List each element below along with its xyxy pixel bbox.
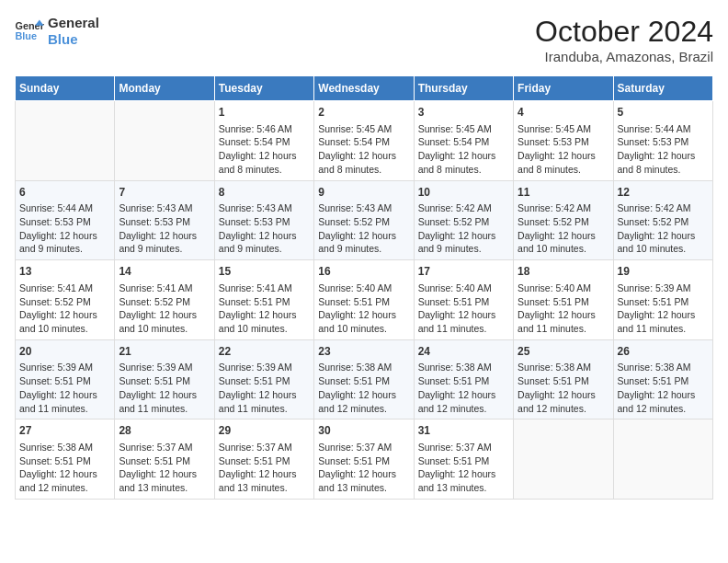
day-number: 18 (518, 264, 609, 280)
day-info: Sunrise: 5:44 AM Sunset: 5:53 PM Dayligh… (618, 122, 709, 177)
day-info: Sunrise: 5:40 AM Sunset: 5:51 PM Dayligh… (518, 282, 609, 336)
day-number: 25 (518, 344, 609, 360)
month-title: October 2024 (535, 15, 713, 49)
calendar-cell: 24Sunrise: 5:38 AM Sunset: 5:51 PM Dayli… (414, 339, 513, 419)
calendar-cell: 19Sunrise: 5:39 AM Sunset: 5:51 PM Dayli… (613, 260, 712, 340)
day-number: 8 (219, 185, 310, 201)
calendar-cell: 15Sunrise: 5:41 AM Sunset: 5:51 PM Dayli… (214, 260, 313, 340)
day-number: 23 (318, 344, 409, 360)
calendar-week-row: 27Sunrise: 5:38 AM Sunset: 5:51 PM Dayli… (16, 419, 713, 500)
day-info: Sunrise: 5:38 AM Sunset: 5:51 PM Dayligh… (418, 361, 509, 415)
calendar-cell: 13Sunrise: 5:41 AM Sunset: 5:52 PM Dayli… (16, 260, 115, 340)
location: Iranduba, Amazonas, Brazil (535, 49, 713, 64)
calendar-cell: 25Sunrise: 5:38 AM Sunset: 5:51 PM Dayli… (514, 339, 613, 419)
day-number: 28 (119, 423, 210, 439)
calendar-cell: 16Sunrise: 5:40 AM Sunset: 5:51 PM Dayli… (314, 260, 414, 340)
calendar-cell (115, 101, 214, 181)
calendar-cell: 21Sunrise: 5:39 AM Sunset: 5:51 PM Dayli… (115, 339, 214, 419)
weekday-header: Monday (115, 76, 214, 101)
day-info: Sunrise: 5:42 AM Sunset: 5:52 PM Dayligh… (418, 201, 509, 256)
logo: General Blue General Blue (15, 15, 99, 48)
calendar-cell: 9Sunrise: 5:43 AM Sunset: 5:52 PM Daylig… (314, 180, 414, 260)
calendar-cell: 12Sunrise: 5:42 AM Sunset: 5:52 PM Dayli… (613, 180, 712, 260)
calendar-cell: 28Sunrise: 5:37 AM Sunset: 5:51 PM Dayli… (115, 419, 214, 500)
calendar-cell: 10Sunrise: 5:42 AM Sunset: 5:52 PM Dayli… (414, 180, 513, 260)
calendar-cell: 14Sunrise: 5:41 AM Sunset: 5:52 PM Dayli… (115, 260, 214, 340)
calendar-cell: 8Sunrise: 5:43 AM Sunset: 5:53 PM Daylig… (214, 180, 313, 260)
day-number: 31 (418, 423, 509, 439)
calendar-week-row: 13Sunrise: 5:41 AM Sunset: 5:52 PM Dayli… (16, 260, 713, 340)
day-number: 16 (318, 264, 409, 280)
day-number: 12 (618, 185, 709, 201)
calendar-cell: 1Sunrise: 5:46 AM Sunset: 5:54 PM Daylig… (214, 101, 313, 181)
day-info: Sunrise: 5:40 AM Sunset: 5:51 PM Dayligh… (318, 282, 409, 336)
weekday-header: Sunday (16, 76, 115, 101)
page-header: General Blue General Blue October 2024 I… (15, 15, 713, 64)
day-number: 21 (119, 344, 210, 360)
day-number: 5 (618, 105, 709, 121)
day-info: Sunrise: 5:45 AM Sunset: 5:54 PM Dayligh… (418, 122, 509, 177)
calendar-cell: 3Sunrise: 5:45 AM Sunset: 5:54 PM Daylig… (414, 101, 513, 181)
day-info: Sunrise: 5:38 AM Sunset: 5:51 PM Dayligh… (618, 361, 709, 415)
calendar-cell: 23Sunrise: 5:38 AM Sunset: 5:51 PM Dayli… (314, 339, 414, 419)
calendar-cell: 22Sunrise: 5:39 AM Sunset: 5:51 PM Dayli… (214, 339, 313, 419)
day-number: 6 (19, 185, 110, 201)
day-number: 9 (318, 185, 409, 201)
day-info: Sunrise: 5:38 AM Sunset: 5:51 PM Dayligh… (19, 441, 110, 495)
calendar-cell: 29Sunrise: 5:37 AM Sunset: 5:51 PM Dayli… (214, 419, 313, 500)
day-info: Sunrise: 5:38 AM Sunset: 5:51 PM Dayligh… (518, 361, 609, 415)
logo-text-blue: Blue (48, 31, 99, 48)
calendar-cell: 31Sunrise: 5:37 AM Sunset: 5:51 PM Dayli… (414, 419, 513, 500)
calendar-week-row: 1Sunrise: 5:46 AM Sunset: 5:54 PM Daylig… (16, 101, 713, 181)
day-info: Sunrise: 5:38 AM Sunset: 5:51 PM Dayligh… (318, 361, 409, 415)
calendar-table: SundayMondayTuesdayWednesdayThursdayFrid… (15, 75, 713, 500)
calendar-cell: 6Sunrise: 5:44 AM Sunset: 5:53 PM Daylig… (16, 180, 115, 260)
svg-text:Blue: Blue (15, 30, 37, 41)
day-info: Sunrise: 5:39 AM Sunset: 5:51 PM Dayligh… (19, 361, 110, 415)
day-info: Sunrise: 5:46 AM Sunset: 5:54 PM Dayligh… (219, 122, 310, 177)
day-info: Sunrise: 5:41 AM Sunset: 5:51 PM Dayligh… (219, 282, 310, 336)
calendar-cell: 2Sunrise: 5:45 AM Sunset: 5:54 PM Daylig… (314, 101, 414, 181)
weekday-header: Friday (514, 76, 613, 101)
day-info: Sunrise: 5:39 AM Sunset: 5:51 PM Dayligh… (119, 361, 210, 415)
day-number: 26 (618, 344, 709, 360)
day-number: 4 (518, 105, 609, 121)
day-info: Sunrise: 5:39 AM Sunset: 5:51 PM Dayligh… (219, 361, 310, 415)
day-info: Sunrise: 5:43 AM Sunset: 5:52 PM Dayligh… (318, 201, 409, 256)
day-info: Sunrise: 5:43 AM Sunset: 5:53 PM Dayligh… (119, 201, 210, 256)
calendar-cell: 18Sunrise: 5:40 AM Sunset: 5:51 PM Dayli… (514, 260, 613, 340)
weekday-header: Thursday (414, 76, 513, 101)
logo-text-general: General (48, 15, 99, 31)
day-number: 17 (418, 264, 509, 280)
calendar-cell: 7Sunrise: 5:43 AM Sunset: 5:53 PM Daylig… (115, 180, 214, 260)
logo-icon: General Blue (15, 18, 44, 44)
calendar-cell: 17Sunrise: 5:40 AM Sunset: 5:51 PM Dayli… (414, 260, 513, 340)
day-number: 19 (618, 264, 709, 280)
calendar-cell: 11Sunrise: 5:42 AM Sunset: 5:52 PM Dayli… (514, 180, 613, 260)
calendar-header: SundayMondayTuesdayWednesdayThursdayFrid… (16, 76, 713, 101)
day-number: 14 (119, 264, 210, 280)
day-info: Sunrise: 5:37 AM Sunset: 5:51 PM Dayligh… (318, 441, 409, 495)
weekday-header: Tuesday (214, 76, 313, 101)
day-info: Sunrise: 5:44 AM Sunset: 5:53 PM Dayligh… (19, 201, 110, 256)
weekday-header: Saturday (613, 76, 712, 101)
day-number: 15 (219, 264, 310, 280)
calendar-cell (613, 419, 712, 500)
day-info: Sunrise: 5:45 AM Sunset: 5:54 PM Dayligh… (318, 122, 409, 177)
day-info: Sunrise: 5:41 AM Sunset: 5:52 PM Dayligh… (19, 282, 110, 336)
day-number: 29 (219, 423, 310, 439)
day-info: Sunrise: 5:42 AM Sunset: 5:52 PM Dayligh… (618, 201, 709, 256)
day-info: Sunrise: 5:37 AM Sunset: 5:51 PM Dayligh… (219, 441, 310, 495)
day-number: 24 (418, 344, 509, 360)
calendar-cell: 5Sunrise: 5:44 AM Sunset: 5:53 PM Daylig… (613, 101, 712, 181)
day-info: Sunrise: 5:39 AM Sunset: 5:51 PM Dayligh… (618, 282, 709, 336)
day-number: 27 (19, 423, 110, 439)
calendar-cell (16, 101, 115, 181)
calendar-cell (514, 419, 613, 500)
calendar-cell: 27Sunrise: 5:38 AM Sunset: 5:51 PM Dayli… (16, 419, 115, 500)
day-number: 30 (318, 423, 409, 439)
calendar-cell: 26Sunrise: 5:38 AM Sunset: 5:51 PM Dayli… (613, 339, 712, 419)
calendar-cell: 30Sunrise: 5:37 AM Sunset: 5:51 PM Dayli… (314, 419, 414, 500)
day-number: 22 (219, 344, 310, 360)
day-number: 11 (518, 185, 609, 201)
